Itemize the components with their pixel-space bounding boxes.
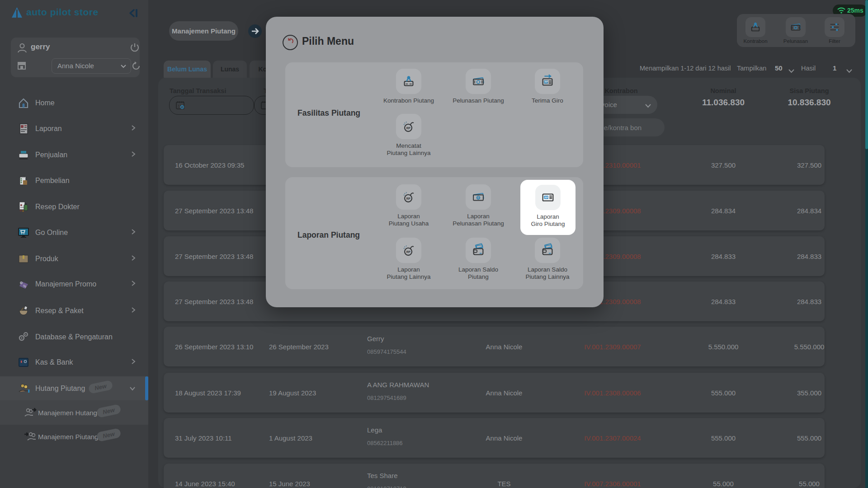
rp-bomb-icon: RP: [396, 238, 421, 263]
svg-text:RP: RP: [545, 80, 548, 83]
logout-power-icon[interactable]: [130, 42, 140, 54]
rp-bomb-icon: RP: [396, 184, 421, 210]
svg-text:RP: RP: [406, 197, 411, 200]
svg-text:RP: RP: [545, 196, 548, 199]
table-row[interactable]: 31 July 2023 10:11 1 August 2023 Lega 08…: [164, 418, 825, 458]
table-row[interactable]: 26 September 2023 13:10 26 September 202…: [164, 327, 825, 366]
sidebar-item-resep-dokter[interactable]: Resep Dokter: [0, 197, 148, 217]
page-scrollbar-thumb[interactable]: [865, 0, 868, 149]
menu-item-terima-giro[interactable]: RP Terima Giro: [514, 69, 581, 104]
menu-item-laporan-pelunasan-piutang[interactable]: RP Laporan Pelunasan Piutang: [444, 184, 512, 227]
sidebar-item-manajemen-promo[interactable]: % Manajemen Promo: [0, 274, 148, 295]
calendar-icon: [175, 100, 186, 113]
svg-text:RP: RP: [406, 250, 411, 253]
sidebar-item-hutang-piutang[interactable]: Hutang Piutang New: [0, 378, 148, 399]
menu-item-laporan-saldo-piutang-lainnya[interactable]: Laporan Saldo Piutang Lainnya: [514, 238, 581, 281]
sidebar: auto pilot store gerry Anna Nicole Home: [0, 0, 148, 488]
store-select-value: Anna Nicole: [57, 62, 94, 70]
notepad-icon: [17, 174, 30, 187]
page-size-label: Tampilkan: [737, 65, 766, 72]
pilih-menu-modal: Pilih Menu Fasilitas Piutang Kontrabon P…: [266, 17, 604, 307]
chevron-right-icon: [131, 255, 136, 263]
sidebar-item-go-online[interactable]: Go Online: [0, 222, 148, 243]
sidebar-item-pembelian[interactable]: Pembelian: [0, 170, 148, 191]
col-header-tanggal-transaksi: Tanggal Transaksi: [170, 87, 226, 94]
filter-sliders-icon: [825, 17, 844, 37]
kontrabon-button[interactable]: Kontrabon: [737, 17, 774, 44]
svg-text:RP: RP: [406, 127, 411, 130]
menu-item-kontrabon-piutang[interactable]: Kontrabon Piutang: [375, 69, 443, 104]
sidebar-item-resep-paket[interactable]: Resep & Paket: [0, 300, 148, 321]
tanggal-transaksi-input[interactable]: [169, 96, 254, 115]
chevron-down-icon[interactable]: [846, 67, 852, 75]
new-badge: New: [96, 404, 121, 418]
invoice-link[interactable]: IV.007.2306.00001: [563, 480, 662, 488]
back-button[interactable]: [283, 35, 298, 50]
refresh-icon[interactable]: [131, 61, 141, 73]
tab-belum-lunas[interactable]: Belum Lunas: [164, 61, 211, 78]
latency-value: 25ms: [847, 7, 863, 14]
menu-item-laporan-piutang-lainnya[interactable]: RP Laporan Piutang Lainnya: [375, 238, 443, 281]
wallet-icon: [535, 238, 560, 263]
menu-item-mencatat-piutang-lainnya[interactable]: RP Mencatat Piutang Lainnya: [375, 114, 443, 157]
chevron-right-icon: [131, 307, 136, 315]
menu-item-laporan-giro-piutang[interactable]: RP Laporan Giro Piutang: [520, 180, 576, 235]
menu-item-pelunasan-piutang[interactable]: Pelunasan Piutang: [444, 69, 512, 104]
sidebar-item-produk[interactable]: Produk: [0, 249, 148, 269]
svg-text:RP: RP: [477, 197, 481, 199]
table-row[interactable]: 18 August 2023 17:39 19 August 2023 A AN…: [164, 373, 825, 413]
results-summary: Menampilkan 1-12 dari 12 hasil: [640, 65, 731, 72]
store-select[interactable]: Anna Nicole: [52, 58, 131, 74]
collapse-sidebar-icon[interactable]: [127, 8, 139, 20]
pelunasan-button[interactable]: Pelunasan: [778, 17, 814, 44]
promo-tag-icon: %: [17, 278, 30, 291]
gears-icon: [17, 331, 30, 343]
report-icon: [17, 122, 30, 135]
rp-bomb-icon: RP: [396, 114, 421, 139]
section-fasilitas-piutang: Fasilitas Piutang Kontrabon Piutang Pelu…: [285, 62, 583, 167]
app-logo-icon: [11, 7, 23, 19]
invoice-link[interactable]: IV.001.2308.00006: [563, 389, 662, 397]
table-row[interactable]: 14 June 2023 15:40 15 June 2023 Tes Shar…: [164, 464, 825, 488]
mortar-icon: [17, 305, 30, 317]
hand-coins-out-icon: [24, 406, 36, 419]
app-logo-text: auto pilot store: [26, 7, 99, 18]
breadcrumb-forward-button[interactable]: [248, 24, 262, 38]
sidebar-item-penjualan[interactable]: Penjualan: [0, 145, 148, 165]
new-badge: New: [88, 380, 113, 394]
menu-item-laporan-saldo-piutang[interactable]: Laporan Saldo Piutang: [444, 238, 512, 281]
printer-icon: [17, 149, 30, 161]
menu-item-laporan-piutang-usaha[interactable]: RP Laporan Piutang Usaha: [375, 184, 443, 227]
filter-button[interactable]: Filter: [816, 17, 853, 44]
user-avatar-icon: [16, 42, 28, 56]
user-name: gerry: [31, 42, 50, 52]
page-select[interactable]: 1: [833, 64, 836, 72]
page-size-select[interactable]: 50: [775, 64, 783, 72]
sidebar-item-database-pengaturan[interactable]: Database & Pengaturan: [0, 327, 148, 347]
section-laporan-piutang: Laporan Piutang RP Laporan Piutang Usaha…: [285, 177, 583, 289]
sidebar-item-laporan[interactable]: Laporan: [0, 118, 148, 139]
tab-lunas[interactable]: Lunas: [213, 61, 247, 78]
nominal-total: 11.036.830: [683, 98, 764, 108]
chevron-right-icon: [131, 229, 136, 237]
invoice-link[interactable]: IV.001.2307.00024: [563, 434, 662, 442]
banknote-icon: [786, 17, 806, 37]
hand-coins-icon: [17, 382, 30, 395]
safe-icon: [17, 356, 30, 369]
sidebar-item-manajemen-hutang[interactable]: Manajemen Hutang New: [0, 402, 148, 423]
chevron-down-icon: [121, 60, 126, 77]
chevron-down-icon: [129, 385, 136, 393]
sidebar-item-kas-bank[interactable]: Kas & Bank: [0, 352, 148, 373]
sidebar-item-manajemen-piutang[interactable]: Manajemen Piutang New: [0, 426, 148, 447]
new-badge: New: [96, 428, 121, 442]
chevron-right-icon: [131, 151, 136, 159]
binder-clip-icon: [396, 69, 421, 94]
prescription-icon: [17, 201, 30, 213]
storefront-icon: [16, 60, 27, 73]
chevron-down-icon[interactable]: [788, 67, 794, 75]
giro-card-icon: RP: [535, 185, 561, 210]
invoice-link[interactable]: IV.001.2309.00007: [563, 343, 662, 351]
banknote-icon: [466, 69, 491, 94]
sidebar-item-home[interactable]: Home: [0, 93, 148, 113]
sisa-piutang-total: 10.836.830: [769, 98, 850, 108]
